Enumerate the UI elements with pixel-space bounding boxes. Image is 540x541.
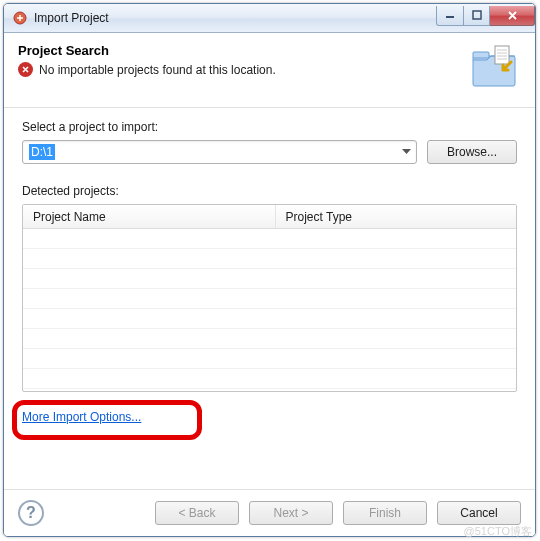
more-import-options-link[interactable]: More Import Options... — [22, 410, 141, 424]
back-button: < Back — [155, 501, 239, 525]
titlebar[interactable]: Import Project — [4, 4, 535, 33]
table-row — [23, 329, 516, 349]
table-row — [23, 349, 516, 369]
path-input[interactable]: D:\1 — [23, 145, 396, 159]
error-icon — [18, 62, 33, 77]
svg-rect-1 — [446, 16, 454, 18]
col-project-type[interactable]: Project Type — [276, 205, 516, 228]
wizard-footer: ? < Back Next > Finish Cancel — [4, 489, 535, 536]
col-project-name[interactable]: Project Name — [23, 205, 276, 228]
table-row — [23, 289, 516, 309]
finish-button: Finish — [343, 501, 427, 525]
projects-table[interactable]: Project Name Project Type — [22, 204, 517, 392]
table-body — [23, 229, 516, 389]
table-row — [23, 269, 516, 289]
help-button[interactable]: ? — [18, 500, 44, 526]
import-folder-icon — [466, 43, 521, 91]
table-row — [23, 229, 516, 249]
svg-rect-5 — [495, 46, 509, 64]
table-row — [23, 369, 516, 389]
select-project-label: Select a project to import: — [22, 120, 517, 134]
cancel-button[interactable]: Cancel — [437, 501, 521, 525]
maximize-button[interactable] — [464, 6, 490, 26]
wizard-header: Project Search No importable projects fo… — [4, 33, 535, 101]
dialog-window: Import Project Project Search No importa… — [3, 3, 536, 537]
detected-projects-label: Detected projects: — [22, 184, 517, 198]
next-button: Next > — [249, 501, 333, 525]
watermark: @51CTO博客 — [464, 524, 532, 539]
app-icon — [12, 10, 28, 26]
dropdown-arrow-icon[interactable] — [396, 149, 416, 155]
minimize-button[interactable] — [436, 6, 464, 26]
table-row — [23, 309, 516, 329]
table-row — [23, 249, 516, 269]
table-header: Project Name Project Type — [23, 205, 516, 229]
browse-button[interactable]: Browse... — [427, 140, 517, 164]
window-title: Import Project — [34, 11, 436, 25]
svg-rect-2 — [473, 11, 481, 19]
status-message: No importable projects found at this loc… — [39, 63, 276, 77]
content-area: Select a project to import: D:\1 Browse.… — [4, 110, 535, 489]
close-button[interactable] — [490, 6, 535, 26]
path-combo[interactable]: D:\1 — [22, 140, 417, 164]
page-title: Project Search — [18, 43, 466, 58]
svg-rect-4 — [473, 52, 489, 58]
